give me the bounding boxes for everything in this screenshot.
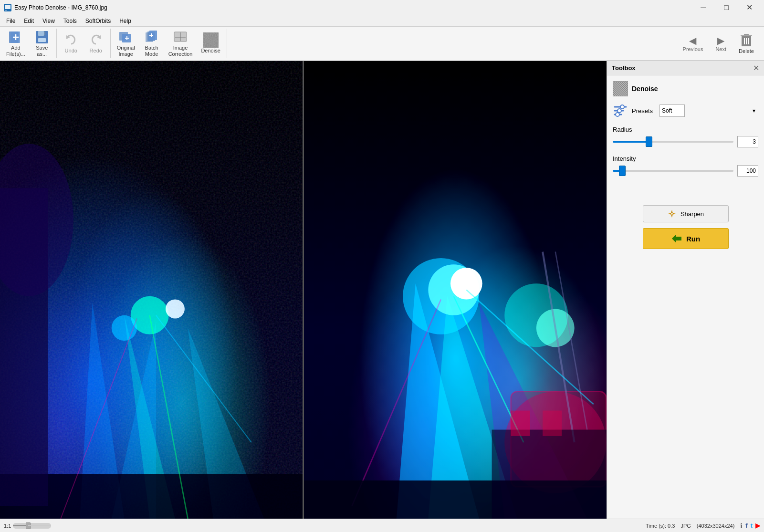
redo-icon [88, 32, 104, 48]
batch-mode-button[interactable]: BatchMode [139, 29, 164, 58]
run-label: Run [686, 235, 700, 243]
save-as-icon [34, 30, 50, 45]
delete-button[interactable]: Delete [733, 31, 760, 56]
redo-label: Redo [90, 48, 102, 54]
time-label: Time (s): 0.3 [646, 523, 675, 529]
svg-line-60 [352, 299, 441, 506]
svg-point-71 [616, 113, 619, 116]
sharpen-icon [667, 209, 677, 219]
original-image-label: OriginalImage [117, 45, 135, 57]
intensity-value: 100 [737, 165, 758, 177]
undo-label: Undo [65, 48, 77, 54]
info-icon[interactable]: ℹ [740, 522, 743, 530]
svg-rect-1 [5, 5, 10, 9]
undo-button[interactable]: Undo [59, 29, 84, 58]
toolbar-group-files: AddFile(s)... Saveas... [0, 29, 57, 58]
menu-help[interactable]: Help [115, 16, 136, 26]
radius-slider-track[interactable] [613, 141, 733, 143]
svg-rect-10 [44, 31, 45, 35]
maximize-button[interactable]: □ [715, 0, 737, 15]
svg-line-57 [543, 252, 575, 443]
next-label: Next [715, 46, 726, 52]
menu-file[interactable]: File [2, 16, 20, 26]
app-icon [4, 4, 11, 11]
save-as-label: Saveas... [36, 45, 48, 57]
svg-marker-49 [479, 303, 587, 519]
radius-slider-thumb[interactable] [646, 136, 652, 147]
toolbar: AddFile(s)... Saveas... [0, 27, 764, 61]
svg-point-53 [504, 283, 568, 347]
intensity-slider-track[interactable] [613, 170, 733, 172]
svg-point-69 [620, 105, 624, 109]
image-correction-button[interactable]: ImageCorrection [164, 29, 197, 58]
social-icons: ℹ f t ▶ [740, 522, 760, 530]
close-button[interactable]: ✕ [738, 0, 760, 15]
twitter-icon[interactable]: t [751, 522, 753, 530]
batch-mode-label: BatchMode [145, 45, 158, 57]
radius-value: 3 [737, 136, 758, 147]
svg-rect-56 [511, 392, 607, 487]
menu-bar: File Edit View Tools SoftOrbits Help [0, 15, 764, 27]
intensity-slider-row: 100 [613, 165, 758, 177]
next-icon: ▶ [717, 35, 724, 46]
youtube-icon[interactable]: ▶ [755, 522, 760, 530]
toolbox-header: Toolbox ✕ [607, 61, 764, 75]
denoise-toolbar-label: Denoise [201, 48, 220, 54]
presets-select[interactable]: Soft Medium Hard Custom [659, 104, 685, 117]
window-title: Easy Photo Denoise - IMG_8760.jpg [14, 4, 692, 11]
intensity-label: Intensity [613, 155, 758, 162]
status-info-area: Time (s): 0.3 JPG (4032x3024x24) ℹ f t ▶ [646, 522, 760, 530]
denoise-toolbar-button[interactable]: Denoise [197, 29, 224, 58]
menu-tools[interactable]: Tools [59, 16, 81, 26]
undo-icon [63, 32, 79, 48]
svg-marker-73 [671, 214, 673, 218]
svg-rect-2 [5, 10, 7, 10]
minimize-button[interactable]: ─ [692, 0, 714, 15]
svg-marker-74 [668, 213, 671, 215]
nav-area: ◀ Previous ▶ Next Delete [673, 29, 764, 58]
toolbox-title: Toolbox [612, 64, 636, 72]
redo-button[interactable]: Redo [84, 29, 108, 58]
svg-line-59 [454, 296, 524, 442]
facebook-icon[interactable]: f [745, 522, 747, 530]
denoise-section-icon [613, 81, 628, 96]
toolbox-close-button[interactable]: ✕ [753, 64, 759, 72]
add-files-button[interactable]: AddFile(s)... [2, 29, 30, 58]
menu-view[interactable]: View [38, 16, 59, 26]
add-files-label: AddFile(s)... [6, 45, 25, 57]
zoom-slider[interactable] [13, 523, 51, 529]
svg-point-51 [428, 264, 479, 315]
svg-point-52 [450, 268, 482, 300]
image-before [0, 61, 303, 519]
svg-rect-33 [744, 34, 749, 35]
svg-rect-62 [304, 480, 607, 519]
previous-icon: ◀ [689, 35, 696, 46]
svg-point-54 [536, 309, 575, 347]
toolbar-group-history: Undo Redo [57, 29, 111, 58]
menu-softorbits[interactable]: SoftOrbits [81, 16, 115, 26]
add-files-icon [8, 30, 23, 45]
original-image-button[interactable]: OriginalImage [113, 29, 139, 58]
intensity-section: Intensity 100 [613, 155, 758, 177]
svg-point-55 [504, 392, 606, 493]
title-bar: Easy Photo Denoise - IMG_8760.jpg ─ □ ✕ [0, 0, 764, 15]
toolbox-panel: Toolbox ✕ Denoise [607, 61, 764, 519]
save-as-button[interactable]: Saveas... [30, 29, 54, 58]
original-image-icon [118, 30, 134, 45]
zoom-label: 1:1 [4, 523, 11, 529]
radius-label: Radius [613, 126, 758, 133]
previous-button[interactable]: ◀ Previous [677, 31, 710, 56]
sharpen-button[interactable]: Sharpen [643, 205, 729, 222]
presets-icon [613, 103, 628, 118]
dimensions-label: (4032x3024x24) [697, 523, 735, 529]
menu-edit[interactable]: Edit [20, 16, 38, 26]
svg-line-58 [555, 252, 587, 430]
previous-label: Previous [683, 46, 703, 52]
svg-rect-27 [203, 32, 219, 48]
next-button[interactable]: ▶ Next [709, 31, 733, 56]
svg-line-61 [466, 290, 593, 405]
run-button[interactable]: Run [643, 228, 729, 249]
intensity-slider-thumb[interactable] [619, 166, 626, 176]
radius-slider-fill [613, 141, 649, 143]
svg-marker-72 [671, 210, 673, 213]
